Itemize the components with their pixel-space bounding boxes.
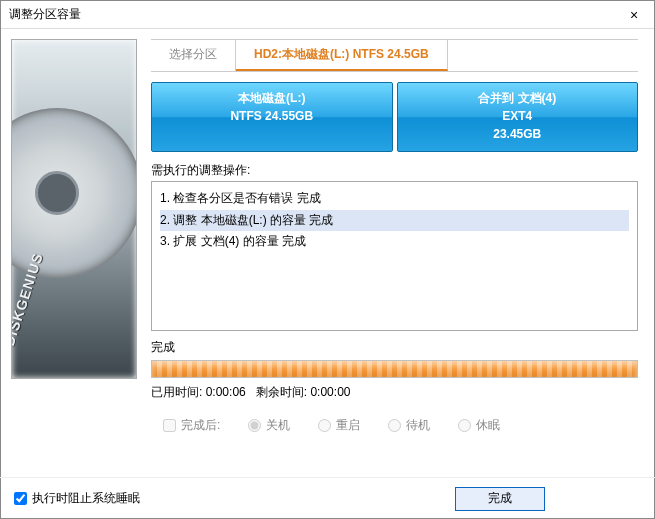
radio-restart[interactable]: 重启 bbox=[318, 417, 360, 434]
time-row: 已用时间: 0:00:06 剩余时间: 0:00:00 bbox=[151, 384, 638, 401]
after-checkbox[interactable]: 完成后: bbox=[163, 417, 220, 434]
progress-bar bbox=[151, 360, 638, 378]
remain-label: 剩余时间: bbox=[256, 385, 307, 399]
prevent-sleep-checkbox[interactable]: 执行时阻止系统睡眠 bbox=[14, 490, 140, 507]
done-button[interactable]: 完成 bbox=[455, 487, 545, 511]
partition-fs: EXT4 bbox=[398, 107, 638, 125]
radio-input[interactable] bbox=[458, 419, 471, 432]
radio-shutdown[interactable]: 关机 bbox=[248, 417, 290, 434]
elapsed-label: 已用时间: bbox=[151, 385, 202, 399]
sidebar: DISKGENIUS bbox=[1, 29, 141, 476]
remain-value: 0:00:00 bbox=[310, 385, 350, 399]
radio-input[interactable] bbox=[318, 419, 331, 432]
op-item: 3. 扩展 文档(4) 的容量 完成 bbox=[160, 231, 629, 253]
radio-input[interactable] bbox=[388, 419, 401, 432]
tab-select-partition[interactable]: 选择分区 bbox=[151, 40, 236, 71]
after-checkbox-input[interactable] bbox=[163, 419, 176, 432]
tab-active-disk[interactable]: HD2:本地磁盘(L:) NTFS 24.5GB bbox=[236, 40, 448, 71]
partition-local-disk[interactable]: 本地磁盘(L:) NTFS 24.55GB bbox=[151, 82, 393, 152]
after-label: 完成后: bbox=[181, 417, 220, 434]
prevent-sleep-input[interactable] bbox=[14, 492, 27, 505]
operations-label: 需执行的调整操作: bbox=[151, 162, 638, 179]
titlebar: 调整分区容量 × bbox=[1, 1, 654, 29]
radio-input[interactable] bbox=[248, 419, 261, 432]
tabs: 选择分区 HD2:本地磁盘(L:) NTFS 24.5GB bbox=[151, 39, 638, 72]
elapsed-value: 0:00:06 bbox=[206, 385, 246, 399]
radio-hibernate[interactable]: 休眠 bbox=[458, 417, 500, 434]
window-title: 调整分区容量 bbox=[9, 6, 622, 23]
status-text: 完成 bbox=[151, 339, 638, 356]
partition-fs: NTFS 24.55GB bbox=[152, 107, 392, 125]
radio-standby[interactable]: 待机 bbox=[388, 417, 430, 434]
partition-bar: 本地磁盘(L:) NTFS 24.55GB 合并到 文档(4) EXT4 23.… bbox=[151, 82, 638, 152]
op-item: 1. 检查各分区是否有错误 完成 bbox=[160, 188, 629, 210]
bottom-bar: 执行时阻止系统睡眠 完成 bbox=[0, 477, 655, 519]
close-icon[interactable]: × bbox=[622, 7, 646, 23]
post-action-row: 完成后: 关机 重启 待机 休眠 bbox=[151, 417, 638, 434]
partition-size: 23.45GB bbox=[398, 125, 638, 143]
prevent-sleep-label: 执行时阻止系统睡眠 bbox=[32, 490, 140, 507]
disk-image: DISKGENIUS bbox=[11, 39, 137, 379]
partition-merge-target[interactable]: 合并到 文档(4) EXT4 23.45GB bbox=[397, 82, 639, 152]
partition-name: 本地磁盘(L:) bbox=[152, 89, 392, 107]
op-item: 2. 调整 本地磁盘(L:) 的容量 完成 bbox=[160, 210, 629, 232]
partition-name: 合并到 文档(4) bbox=[398, 89, 638, 107]
operations-list: 1. 检查各分区是否有错误 完成 2. 调整 本地磁盘(L:) 的容量 完成 3… bbox=[151, 181, 638, 331]
